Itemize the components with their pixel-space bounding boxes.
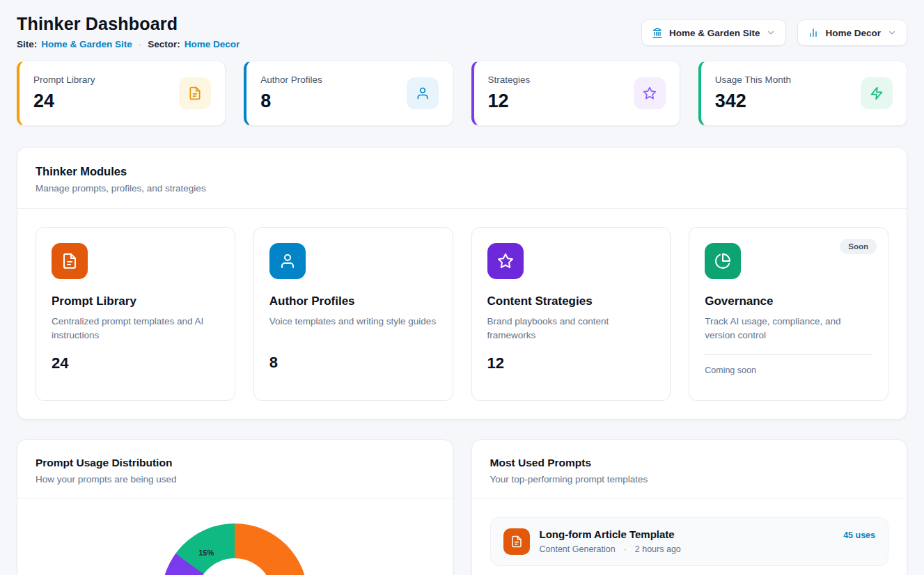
breadcrumb-separator: · bbox=[136, 39, 144, 49]
module-card-prompt-library[interactable]: Prompt Library Centralized prompt templa… bbox=[36, 227, 235, 401]
file-text-icon bbox=[179, 77, 211, 109]
module-description: Track AI usage, compliance, and version … bbox=[705, 315, 872, 343]
stat-text: Usage This Month 342 bbox=[715, 74, 791, 112]
stat-value: 8 bbox=[260, 90, 322, 112]
module-count: 24 bbox=[52, 354, 219, 372]
uses-badge: 45 uses bbox=[843, 530, 875, 555]
site-link[interactable]: Home & Garden Site bbox=[41, 39, 132, 49]
pie-chart-icon bbox=[705, 243, 741, 279]
file-text-icon bbox=[503, 528, 530, 555]
prompt-list-item[interactable]: Long-form Article Template Content Gener… bbox=[490, 517, 889, 566]
section-title: Thinker Modules bbox=[36, 165, 888, 178]
module-title: Governance bbox=[705, 294, 872, 308]
sparkle-star-icon bbox=[634, 77, 666, 109]
thinker-modules-panel: Thinker Modules Manage prompts, profiles… bbox=[17, 147, 907, 420]
sparkle-star-icon bbox=[487, 243, 524, 279]
stat-text: Author Profiles 8 bbox=[260, 74, 322, 112]
site-selector-dropdown[interactable]: Home & Garden Site bbox=[641, 19, 787, 46]
landmark-icon bbox=[652, 27, 663, 38]
module-card-content-strategies[interactable]: Content Strategies Brand playbooks and c… bbox=[471, 227, 671, 401]
stat-card-strategies: Strategies 12 bbox=[471, 61, 680, 126]
sector-selector-dropdown[interactable]: Home Decor bbox=[797, 19, 907, 46]
stat-label: Strategies bbox=[488, 74, 531, 85]
user-icon bbox=[407, 77, 439, 109]
module-title: Author Profiles bbox=[269, 294, 437, 308]
bar-chart-icon bbox=[808, 27, 819, 38]
meta-separator: · bbox=[622, 544, 629, 554]
modules-grid: Prompt Library Centralized prompt templa… bbox=[17, 209, 907, 419]
stat-text: Strategies 12 bbox=[488, 74, 531, 112]
prompt-text: Long-form Article Template Content Gener… bbox=[540, 528, 834, 555]
module-title: Prompt Library bbox=[52, 294, 219, 308]
coming-soon-text: Coming soon bbox=[705, 354, 872, 375]
site-sector-breadcrumb: Site: Home & Garden Site · Sector: Home … bbox=[17, 39, 240, 49]
file-text-icon bbox=[52, 243, 88, 279]
stat-label: Prompt Library bbox=[33, 74, 95, 85]
stat-label: Author Profiles bbox=[260, 74, 322, 85]
prompt-list: Long-form Article Template Content Gener… bbox=[472, 499, 907, 575]
module-title: Content Strategies bbox=[487, 294, 655, 308]
module-count: 12 bbox=[487, 354, 655, 372]
most-used-prompts-card: Most Used Prompts Your top-performing pr… bbox=[471, 439, 908, 575]
header: Thinker Dashboard Site: Home & Garden Si… bbox=[17, 14, 907, 49]
module-count: 8 bbox=[269, 354, 437, 372]
module-description: Centralized prompt templates and AI inst… bbox=[52, 315, 219, 343]
module-card-author-profiles[interactable]: Author Profiles Voice templates and writ… bbox=[253, 227, 453, 401]
header-left: Thinker Dashboard Site: Home & Garden Si… bbox=[17, 14, 240, 49]
stat-card-prompt-library: Prompt Library 24 bbox=[17, 61, 226, 126]
stat-card-author-profiles: Author Profiles 8 bbox=[244, 61, 453, 126]
zap-icon bbox=[861, 77, 893, 109]
prompt-usage-distribution-card: Prompt Usage Distribution How your promp… bbox=[17, 439, 453, 575]
card-header: Most Used Prompts Your top-performing pr… bbox=[472, 440, 907, 498]
user-icon bbox=[269, 243, 306, 279]
sector-link[interactable]: Home Decor bbox=[185, 39, 240, 49]
bottom-row: Prompt Usage Distribution How your promp… bbox=[17, 439, 907, 575]
stat-value: 24 bbox=[33, 90, 95, 112]
prompt-category: Content Generation bbox=[540, 544, 616, 554]
stat-card-usage: Usage This Month 342 bbox=[698, 61, 907, 126]
site-label: Site: bbox=[17, 39, 37, 49]
card-title: Most Used Prompts bbox=[490, 457, 889, 469]
chevron-down-icon bbox=[887, 28, 897, 38]
thinker-dashboard-page: Thinker Dashboard Site: Home & Garden Si… bbox=[0, 0, 924, 575]
stat-value: 342 bbox=[715, 90, 791, 112]
divider bbox=[17, 498, 453, 499]
card-subtitle: How your prompts are being used bbox=[36, 474, 434, 485]
header-selectors: Home & Garden Site Home Decor bbox=[641, 19, 907, 46]
soon-badge: Soon bbox=[840, 239, 877, 254]
panel-header: Thinker Modules Manage prompts, profiles… bbox=[17, 148, 907, 208]
card-header: Prompt Usage Distribution How your promp… bbox=[17, 440, 453, 498]
prompt-time: 2 hours ago bbox=[635, 544, 681, 554]
module-card-governance[interactable]: Soon Governance Track AI usage, complian… bbox=[689, 227, 888, 401]
module-description: Brand playbooks and content frameworks bbox=[487, 315, 655, 343]
donut-chart-area: 15% bbox=[17, 523, 453, 575]
site-selector-label: Home & Garden Site bbox=[669, 28, 760, 38]
sector-selector-label: Home Decor bbox=[825, 28, 881, 38]
stats-row: Prompt Library 24 Author Profiles 8 Stra… bbox=[17, 61, 907, 126]
donut-slice-label: 15% bbox=[198, 549, 214, 557]
section-subtitle: Manage prompts, profiles, and strategies bbox=[36, 183, 888, 194]
chevron-down-icon bbox=[766, 28, 776, 38]
page-title: Thinker Dashboard bbox=[17, 14, 240, 34]
prompt-title: Long-form Article Template bbox=[540, 528, 834, 540]
module-description: Voice templates and writing style guides bbox=[269, 315, 437, 342]
donut-chart: 15% bbox=[162, 523, 308, 575]
sector-label: Sector: bbox=[148, 39, 180, 49]
prompt-meta: Content Generation · 2 hours ago bbox=[540, 544, 834, 554]
card-title: Prompt Usage Distribution bbox=[36, 457, 434, 469]
stat-value: 12 bbox=[488, 90, 531, 112]
stat-label: Usage This Month bbox=[715, 74, 791, 85]
stat-text: Prompt Library 24 bbox=[33, 74, 95, 112]
card-subtitle: Your top-performing prompt templates bbox=[490, 474, 889, 485]
